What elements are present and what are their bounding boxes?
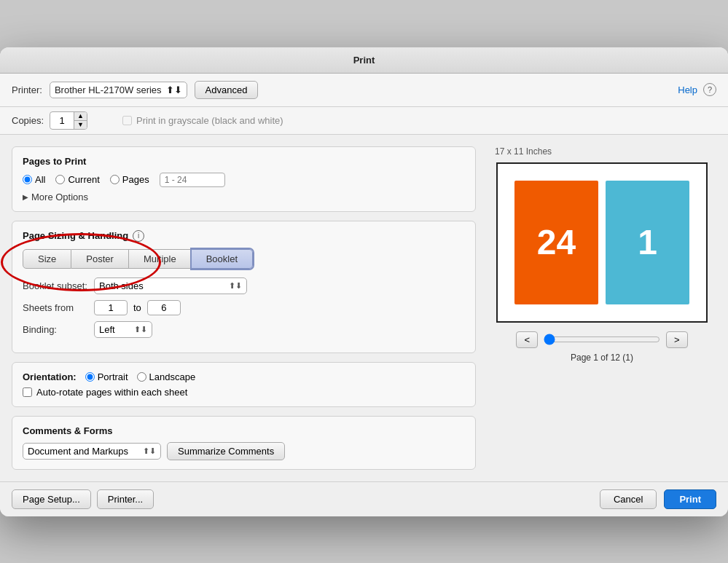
landscape-radio[interactable] — [137, 372, 146, 382]
grayscale-checkbox[interactable] — [122, 116, 132, 125]
pages-radio-row: All Current Pages — [23, 173, 465, 187]
tab-booklet[interactable]: Booklet — [192, 249, 253, 269]
binding-dropdown-arrow: ⬆⬇ — [134, 325, 147, 334]
comments-dropdown-arrow: ⬆⬇ — [143, 446, 156, 456]
copies-label: Copies: — [12, 115, 44, 126]
dialog-title: Print — [353, 55, 375, 66]
booklet-subset-value: Both sides — [99, 280, 144, 291]
current-label: Current — [68, 174, 99, 185]
booklet-subset-label: Booklet subset: — [23, 280, 88, 291]
landscape-label: Landscape — [149, 371, 196, 382]
all-label: All — [35, 174, 45, 185]
autorotate-row: Auto-rotate pages within each sheet — [23, 387, 465, 398]
current-radio[interactable] — [55, 175, 65, 184]
help-area: Help ? — [678, 83, 716, 96]
pages-to-print-title: Pages to Print — [23, 156, 465, 167]
bottom-bar: Page Setup... Printer... Cancel Print — [0, 481, 728, 516]
printer-select[interactable]: Brother HL-2170W series ⬆⬇ — [50, 82, 187, 98]
pages-radio-item[interactable]: Pages — [110, 174, 149, 185]
page-sizing-title: Page Sizing & Handling — [23, 230, 128, 241]
pages-range-input[interactable] — [160, 173, 225, 187]
print-button[interactable]: Print — [664, 489, 716, 509]
comments-value: Document and Markups — [28, 446, 128, 457]
print-dialog: Print Printer: Brother HL-2170W series ⬆… — [0, 47, 728, 516]
preview-slider[interactable] — [544, 334, 660, 345]
copies-decrement[interactable]: ▼ — [74, 121, 87, 129]
autorotate-label: Auto-rotate pages within each sheet — [36, 387, 187, 398]
sheets-from-label: Sheets from — [23, 302, 88, 313]
more-options-triangle: ▶ — [23, 193, 28, 201]
all-radio-item[interactable]: All — [23, 174, 45, 185]
subset-dropdown-arrow: ⬆⬇ — [229, 281, 242, 291]
binding-label: Binding: — [23, 324, 88, 335]
advanced-button[interactable]: Advanced — [195, 81, 259, 99]
booklet-subset-row: Booklet subset: Both sides ⬆⬇ — [23, 277, 465, 294]
preview-prev-button[interactable]: < — [516, 331, 538, 348]
help-circle-icon[interactable]: ? — [703, 83, 716, 96]
tab-multiple[interactable]: Multiple — [129, 249, 192, 269]
copies-input[interactable] — [50, 114, 74, 127]
info-icon[interactable]: i — [133, 230, 144, 242]
portrait-radio-item[interactable]: Portrait — [85, 371, 128, 382]
comments-row: Document and Markups ⬆⬇ Summarize Commen… — [23, 442, 465, 460]
orientation-section: Orientation: Portrait Landscape Auto-rot… — [12, 362, 476, 407]
binding-select[interactable]: Left ⬆⬇ — [94, 321, 152, 338]
current-radio-item[interactable]: Current — [55, 174, 99, 185]
tab-row: Size Poster Multiple Booklet — [23, 249, 253, 269]
grayscale-label: Print in grayscale (black and white) — [136, 115, 283, 126]
pages-radio[interactable] — [110, 175, 120, 184]
printer-dropdown-arrow: ⬆⬇ — [166, 84, 182, 95]
copies-stepper: ▲ ▼ — [74, 112, 87, 129]
page-setup-button[interactable]: Page Setup... — [12, 489, 91, 509]
preview-page-left: 24 — [514, 181, 598, 304]
nav-row: < > — [516, 331, 687, 348]
tab-area: Size Poster Multiple Booklet — [23, 249, 253, 277]
sheets-from-input[interactable] — [94, 300, 128, 315]
preview-page-right: 1 — [606, 181, 689, 304]
copies-increment[interactable]: ▲ — [74, 112, 87, 121]
title-bar: Print — [0, 47, 728, 74]
cancel-button[interactable]: Cancel — [600, 489, 657, 509]
portrait-label: Portrait — [98, 371, 128, 382]
booklet-subset-select[interactable]: Both sides ⬆⬇ — [94, 277, 247, 294]
comments-title: Comments & Forms — [23, 425, 465, 436]
all-radio[interactable] — [23, 175, 32, 184]
content-area: Pages to Print All Current Pages — [0, 135, 728, 481]
printer-label: Printer: — [12, 84, 42, 95]
landscape-radio-item[interactable]: Landscape — [137, 371, 196, 382]
top-bar: Printer: Brother HL-2170W series ⬆⬇ Adva… — [0, 74, 728, 107]
sheets-to-input[interactable] — [147, 300, 181, 315]
more-options-label: More Options — [31, 192, 88, 202]
left-panel: Pages to Print All Current Pages — [12, 146, 476, 470]
preview-next-button[interactable]: > — [666, 331, 688, 348]
page-sizing-header: Page Sizing & Handling i — [23, 230, 465, 242]
copies-row: Copies: ▲ ▼ Print in grayscale (black an… — [0, 107, 728, 135]
grayscale-area: Print in grayscale (black and white) — [122, 115, 283, 126]
tab-size[interactable]: Size — [23, 249, 71, 269]
autorotate-checkbox[interactable] — [23, 387, 32, 397]
right-panel: 17 x 11 Inches 24 1 < > Page 1 of 12 (1) — [476, 146, 716, 470]
orientation-title: Orientation: — [23, 371, 77, 382]
bottom-bar-right: Cancel Print — [600, 489, 716, 509]
tab-poster[interactable]: Poster — [71, 249, 129, 269]
help-link[interactable]: Help — [678, 84, 697, 95]
page-sizing-section: Page Sizing & Handling i Size Poster Mul… — [12, 221, 476, 353]
printer-button[interactable]: Printer... — [97, 489, 154, 509]
summarize-comments-button[interactable]: Summarize Comments — [167, 442, 285, 460]
preview-size-label: 17 x 11 Inches — [495, 146, 552, 157]
binding-value: Left — [99, 324, 115, 335]
binding-row: Binding: Left ⬆⬇ — [23, 321, 465, 338]
printer-value: Brother HL-2170W series — [55, 84, 162, 95]
page-left-number: 24 — [537, 222, 576, 262]
pages-to-print-section: Pages to Print All Current Pages — [12, 146, 476, 212]
more-options-row[interactable]: ▶ More Options — [23, 192, 465, 202]
sheets-to-label: to — [133, 302, 141, 313]
comments-select[interactable]: Document and Markups ⬆⬇ — [23, 443, 161, 460]
pages-label: Pages — [122, 174, 149, 185]
sheets-row: Sheets from to — [23, 300, 465, 315]
page-right-number: 1 — [638, 222, 657, 262]
preview-box: 24 1 — [496, 162, 708, 323]
copies-input-wrap: ▲ ▼ — [50, 111, 87, 130]
portrait-radio[interactable] — [85, 372, 95, 382]
comments-section: Comments & Forms Document and Markups ⬆⬇… — [12, 416, 476, 470]
